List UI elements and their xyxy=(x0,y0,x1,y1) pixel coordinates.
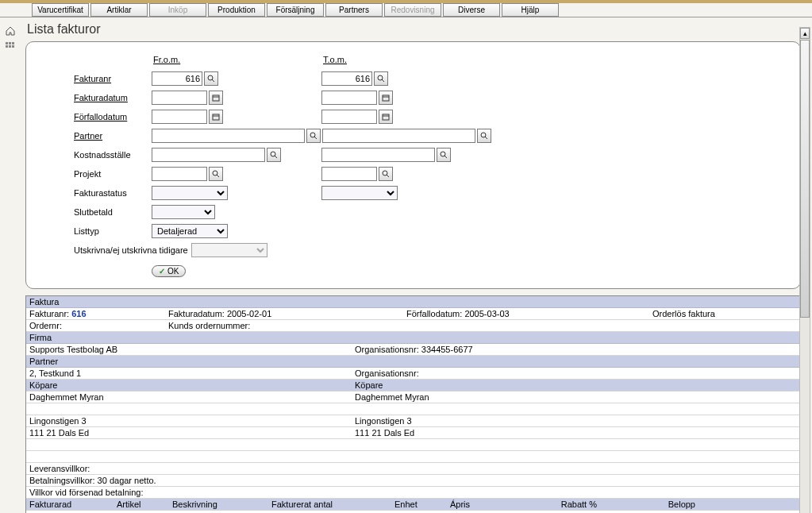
forfallodatum-value: 2005-03-03 xyxy=(464,309,509,318)
svg-line-19 xyxy=(314,137,317,139)
tab-hjälp[interactable]: Hjälp xyxy=(502,3,559,17)
search-icon[interactable] xyxy=(379,167,393,181)
svg-line-21 xyxy=(485,137,487,139)
search-icon[interactable] xyxy=(374,71,388,86)
label-slutbetald: Slutbetald xyxy=(40,207,152,217)
search-icon[interactable] xyxy=(477,129,491,143)
utskrivna-select xyxy=(191,243,267,257)
kopare-left: Köpare xyxy=(29,380,355,390)
forfallodatum-to-input[interactable] xyxy=(321,110,377,124)
sidebar xyxy=(0,17,21,57)
vertical-scrollbar[interactable]: ▴ ▾ xyxy=(799,27,810,513)
label-projekt: Projekt xyxy=(40,169,152,179)
col-enhet: Enhet xyxy=(394,499,450,509)
tab-försäljning[interactable]: Försäljning xyxy=(267,3,324,17)
svg-rect-2 xyxy=(12,42,14,44)
projekt-to-input[interactable] xyxy=(321,167,377,181)
fakturadatum-value: 2005-02-01 xyxy=(227,309,271,318)
search-icon[interactable] xyxy=(204,71,218,86)
fakturadatum-from-input[interactable] xyxy=(152,91,207,105)
forfallodatum-label: Förfallodatum: xyxy=(406,309,462,318)
svg-rect-4 xyxy=(9,45,11,48)
firma-name: Supports Testbolag AB xyxy=(29,345,355,354)
label-listtyp: Listtyp xyxy=(40,226,152,236)
col-apris: Ápris xyxy=(450,499,537,509)
ordernr-label: Ordernr: xyxy=(29,321,168,330)
label-fakturanr: Fakturanr xyxy=(40,74,152,83)
scroll-up-icon[interactable]: ▴ xyxy=(800,28,810,39)
col-rabatt: Rabatt % xyxy=(537,499,617,509)
col-belopp: Belopp xyxy=(617,499,702,509)
svg-line-9 xyxy=(382,79,384,82)
ok-button[interactable]: ✓ OK xyxy=(152,265,186,277)
fakturanr-from-input[interactable] xyxy=(152,71,202,86)
col-artikel: Artikel xyxy=(117,499,172,509)
search-icon[interactable] xyxy=(306,129,321,143)
orderlos-label: Orderlös faktura xyxy=(652,309,797,318)
partner-to-input[interactable] xyxy=(322,129,475,143)
kopare-right: Köpare xyxy=(355,380,797,390)
slutbetald-select[interactable] xyxy=(152,205,215,219)
col-fakturarad: Fakturarad xyxy=(29,499,117,509)
betalningsvillkor-label: Betalningsvillkor: xyxy=(29,476,95,485)
calendar-icon[interactable] xyxy=(209,110,223,124)
leveransvillkor-label: Leveransvillkor: xyxy=(29,464,98,473)
fakturadatum-to-input[interactable] xyxy=(321,91,377,105)
tab-varucertifikat[interactable]: Varucertifikat xyxy=(32,3,89,17)
tab-artiklar[interactable]: Artiklar xyxy=(90,3,148,17)
calendar-icon[interactable] xyxy=(379,110,393,124)
page-title: Lista fakturor xyxy=(21,17,806,41)
col-from-header: Fr.o.m. xyxy=(152,55,320,64)
ok-label: OK xyxy=(167,267,179,276)
home-icon[interactable] xyxy=(0,25,21,38)
col-beskrivning: Beskrivning xyxy=(172,499,271,509)
svg-rect-14 xyxy=(213,114,219,120)
grid-icon[interactable] xyxy=(0,41,21,54)
tab-produktion[interactable]: Produktion xyxy=(208,3,265,17)
svg-rect-5 xyxy=(12,45,14,48)
projekt-from-input[interactable] xyxy=(152,167,207,181)
svg-line-27 xyxy=(217,175,219,177)
search-icon[interactable] xyxy=(209,167,223,181)
label-kostnadsstalle: Kostnadsställe xyxy=(40,150,152,160)
buyer-left-name: Daghemmet Myran xyxy=(29,392,355,402)
search-icon[interactable] xyxy=(437,148,451,162)
fakturanr-label: Fakturanr: xyxy=(29,309,69,318)
scroll-thumb[interactable] xyxy=(800,40,810,318)
svg-line-25 xyxy=(444,156,447,158)
tab-bar: VarucertifikatArtiklarInköpProduktionFör… xyxy=(0,3,812,17)
label-utskrivna: Utskrivna/ej utskrivna tidigare xyxy=(40,245,191,255)
tab-partners[interactable]: Partners xyxy=(325,3,383,17)
svg-rect-3 xyxy=(6,45,8,48)
search-icon[interactable] xyxy=(267,148,281,162)
fakturanr-to-input[interactable] xyxy=(321,71,372,86)
label-fakturadatum: Fakturadatum xyxy=(40,93,152,102)
svg-rect-12 xyxy=(383,95,389,101)
tab-diverse[interactable]: Diverse xyxy=(443,3,500,17)
calendar-icon[interactable] xyxy=(379,91,393,105)
fakturastatus-from-select[interactable] xyxy=(152,186,228,200)
addr-right-2: 111 21 Dals Ed xyxy=(355,428,797,438)
col-antal: Fakturerat antal xyxy=(271,499,394,509)
forfallodatum-from-input[interactable] xyxy=(152,110,207,124)
check-icon: ✓ xyxy=(159,267,165,276)
svg-rect-10 xyxy=(213,95,219,101)
svg-rect-0 xyxy=(6,42,8,44)
kunds-order-label: Kunds ordernummer: xyxy=(168,321,797,330)
kostnadsstalle-to-input[interactable] xyxy=(321,148,435,162)
fakturanr-link[interactable]: 616 xyxy=(71,309,86,318)
filter-panel: Fr.o.m. T.o.m. Fakturanr Fakturadatum xyxy=(25,41,801,289)
section-firma: Firma xyxy=(26,332,800,344)
section-partner: Partner xyxy=(26,356,800,368)
section-faktura: Faktura xyxy=(26,296,800,308)
calendar-icon[interactable] xyxy=(209,91,223,105)
partner-orgnr-label: Organisationsnr: xyxy=(355,368,797,378)
kostnadsstalle-from-input[interactable] xyxy=(152,148,265,162)
fakturastatus-to-select[interactable] xyxy=(321,186,398,200)
label-fakturastatus: Fakturastatus xyxy=(40,188,152,198)
betalningsvillkor-value: 30 dagar netto. xyxy=(98,476,156,485)
label-partner: Partner xyxy=(40,131,152,141)
col-to-header: T.o.m. xyxy=(321,55,490,64)
listtyp-select[interactable]: Detaljerad xyxy=(152,224,228,238)
partner-from-input[interactable] xyxy=(152,129,305,143)
